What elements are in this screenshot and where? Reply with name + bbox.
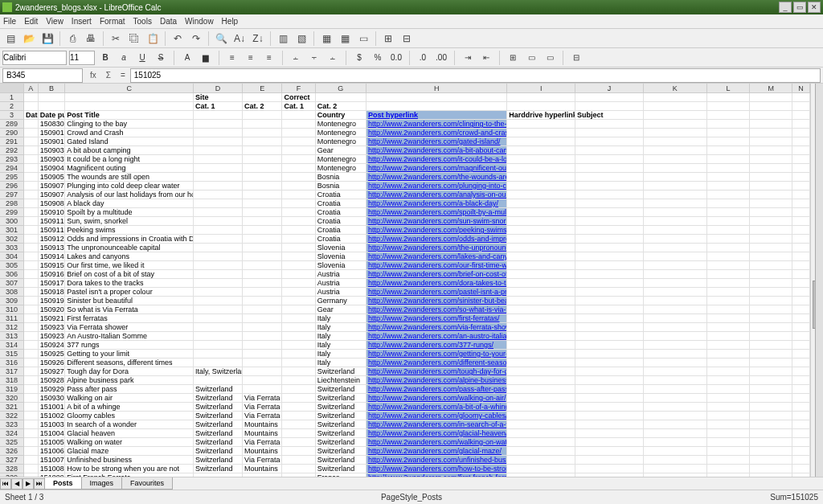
cell[interactable]: Switzerland <box>194 420 243 428</box>
cell[interactable] <box>707 270 750 278</box>
cell[interactable]: Country <box>316 111 366 119</box>
cell[interactable]: Subject <box>575 111 644 119</box>
cell[interactable]: Analysis of our last holidays from our h… <box>65 191 194 199</box>
cell[interactable] <box>750 182 792 190</box>
tab-next-icon[interactable]: ▶ <box>23 478 34 490</box>
cell[interactable] <box>282 429 315 437</box>
cell[interactable] <box>24 412 39 420</box>
cell[interactable] <box>792 359 810 367</box>
cell[interactable] <box>194 217 243 225</box>
cell[interactable] <box>792 235 810 243</box>
cell[interactable]: 150908 <box>39 199 66 207</box>
cell[interactable] <box>575 279 644 287</box>
cell[interactable]: Italy <box>316 332 366 340</box>
cell[interactable]: Via Ferrata <box>243 438 282 446</box>
row-header[interactable]: 298 <box>0 199 23 208</box>
cell[interactable] <box>507 137 575 145</box>
col-header-J[interactable]: J <box>575 84 644 93</box>
cell[interactable] <box>24 420 39 428</box>
row-header[interactable]: 291 <box>0 137 23 146</box>
cell[interactable] <box>24 252 39 260</box>
cell[interactable] <box>644 288 707 296</box>
cell[interactable] <box>24 350 39 358</box>
menu-view[interactable]: View <box>46 17 63 26</box>
cell[interactable] <box>750 323 792 331</box>
cell[interactable] <box>575 155 644 163</box>
cell[interactable]: Croatia <box>316 235 366 243</box>
cell[interactable] <box>24 93 39 101</box>
cell[interactable] <box>24 182 39 190</box>
print-icon[interactable]: 🖶 <box>83 31 99 47</box>
cell[interactable] <box>575 323 644 331</box>
cell[interactable] <box>644 191 707 199</box>
cell[interactable]: Lakes and canyons <box>65 252 194 260</box>
cell[interactable]: 150917 <box>39 279 66 287</box>
cell[interactable] <box>750 129 792 137</box>
export-pdf-icon[interactable]: ⎙ <box>64 31 80 47</box>
cell[interactable] <box>575 350 644 358</box>
cell[interactable]: http://www.2wanderers.com/alpine-busines… <box>366 376 507 384</box>
cell[interactable] <box>707 412 750 420</box>
cell[interactable] <box>575 261 644 269</box>
image-icon[interactable]: ▧ <box>293 31 309 47</box>
cell[interactable] <box>792 270 810 278</box>
cell[interactable] <box>282 305 315 313</box>
cell[interactable] <box>194 111 243 119</box>
cell[interactable] <box>507 447 575 455</box>
cell[interactable] <box>792 173 810 181</box>
cell[interactable] <box>24 120 39 128</box>
row-header[interactable]: 302 <box>0 235 23 244</box>
cell[interactable]: http://www.2wanderers.com/the-wounds-are… <box>366 173 507 181</box>
cell[interactable] <box>282 456 315 464</box>
cell[interactable]: Switzerland <box>316 412 366 420</box>
cell[interactable] <box>707 350 750 358</box>
menu-tools[interactable]: Tools <box>133 17 152 26</box>
cell[interactable] <box>507 164 575 172</box>
bold-icon[interactable]: B <box>97 50 113 66</box>
cell[interactable] <box>282 164 315 172</box>
sum-icon[interactable]: Σ <box>106 71 111 80</box>
cell[interactable] <box>750 208 792 216</box>
cell[interactable] <box>24 288 39 296</box>
cell[interactable] <box>792 305 810 313</box>
cell[interactable] <box>243 367 282 375</box>
cell[interactable] <box>243 235 282 243</box>
cell[interactable]: 151006 <box>39 447 66 455</box>
cell[interactable]: Bosnia <box>316 182 366 190</box>
cell[interactable] <box>707 279 750 287</box>
cell[interactable] <box>575 102 644 110</box>
cell[interactable] <box>507 155 575 163</box>
cell[interactable]: 150919 <box>39 297 66 305</box>
cell[interactable]: Switzerland <box>316 420 366 428</box>
cell[interactable] <box>644 420 707 428</box>
row-header[interactable]: 312 <box>0 323 23 332</box>
menu-data[interactable]: Data <box>160 17 177 26</box>
cell[interactable] <box>575 235 644 243</box>
cell[interactable] <box>707 447 750 455</box>
cell[interactable] <box>644 217 707 225</box>
cell[interactable] <box>792 182 810 190</box>
cell[interactable]: Getting to your limit <box>65 350 194 358</box>
cell[interactable] <box>282 323 315 331</box>
cell[interactable]: Via Ferrata shower <box>65 323 194 331</box>
fx-icon[interactable]: fx <box>90 71 96 80</box>
row-header[interactable]: 299 <box>0 208 23 217</box>
cell[interactable] <box>194 208 243 216</box>
paste-icon[interactable]: 📋 <box>145 31 161 47</box>
cell[interactable]: http://www.2wanderers.com/pass-after-pas… <box>366 385 507 393</box>
cell[interactable] <box>750 235 792 243</box>
cell[interactable] <box>792 350 810 358</box>
row-header[interactable]: 328 <box>0 465 23 473</box>
cell[interactable] <box>707 244 750 252</box>
cell[interactable]: Austria <box>316 279 366 287</box>
cell[interactable] <box>750 137 792 145</box>
cell[interactable]: Italy <box>316 314 366 322</box>
row-header[interactable]: 310 <box>0 305 23 314</box>
cell[interactable] <box>507 191 575 199</box>
highlight-icon[interactable]: ▆ <box>198 50 214 66</box>
cell[interactable] <box>243 332 282 340</box>
cell[interactable] <box>575 465 644 473</box>
spreadsheet-grid[interactable]: ABCDEFGHIJKLMN SiteCorrectCat. 1Cat. 2Ca… <box>24 84 810 477</box>
align-left-icon[interactable]: ≡ <box>224 50 240 66</box>
cell[interactable] <box>194 305 243 313</box>
